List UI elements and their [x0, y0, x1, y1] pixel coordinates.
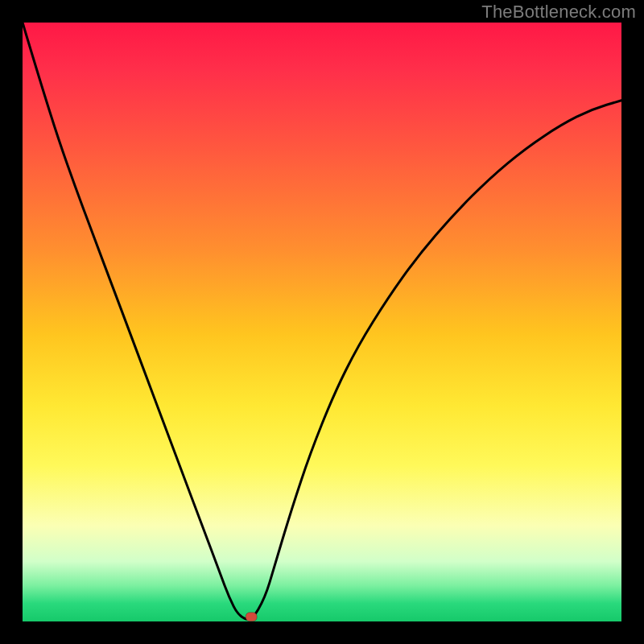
bottleneck-curve: [23, 23, 621, 619]
plot-area: [23, 23, 621, 621]
watermark-label: TheBottleneck.com: [481, 2, 636, 23]
chart-svg: [23, 23, 621, 621]
bottleneck-marker: [246, 613, 257, 621]
chart-frame: TheBottleneck.com: [0, 0, 644, 644]
